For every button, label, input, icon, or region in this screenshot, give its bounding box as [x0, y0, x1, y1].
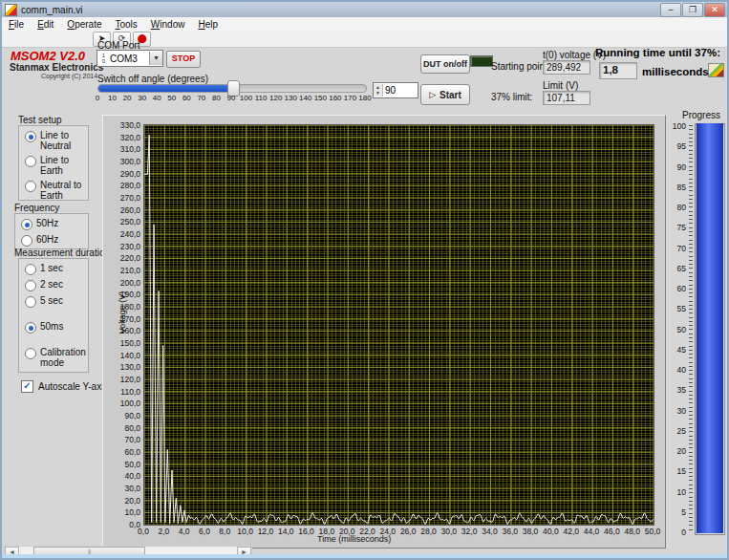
- y-tick-label: 220,0: [114, 253, 140, 263]
- window-bottom-border: [2, 554, 727, 558]
- menu-item-tools[interactable]: Tools: [109, 18, 144, 31]
- checkbox-check-icon: ✓: [21, 380, 33, 393]
- progress-tick-label: 40: [669, 365, 686, 375]
- radio-button-icon[interactable]: [25, 296, 36, 308]
- angle-tick-label: 50: [167, 94, 176, 102]
- y-tick-label: 70,0: [114, 435, 140, 444]
- maximize-button[interactable]: ❐: [682, 3, 703, 17]
- progress-tick-label: 100: [669, 121, 686, 131]
- angle-numeric-value: 90: [383, 85, 396, 96]
- angle-tick-label: 100: [240, 94, 252, 102]
- menu-item-file[interactable]: File: [2, 18, 31, 31]
- play-icon: ▷: [429, 90, 436, 99]
- minimize-button[interactable]: –: [660, 3, 681, 17]
- progress-tick-label: 5: [669, 507, 686, 517]
- y-tick-label: 50,0: [114, 460, 140, 469]
- limit-label: Limit (V): [543, 80, 578, 91]
- progress-tick-label: 95: [669, 141, 686, 151]
- x-tick-label: 4,0: [179, 527, 190, 536]
- x-tick-label: 2,0: [158, 527, 169, 536]
- y-tick-label: 270,0: [114, 193, 140, 203]
- window-title: comm_main.vi: [21, 5, 82, 15]
- y-tick-label: 30,0: [114, 484, 140, 493]
- y-tick-label: 230,0: [114, 242, 140, 251]
- close-button[interactable]: ✕: [704, 3, 725, 17]
- t0-voltage-field: 289,492: [543, 60, 590, 75]
- radio-label: Line to Neutral: [40, 130, 88, 151]
- x-tick-label: 22,0: [359, 527, 375, 536]
- x-tick-label: 26,0: [400, 527, 417, 536]
- progress-tick-label: 65: [669, 264, 686, 273]
- y-tick-label: 260,0: [114, 205, 140, 215]
- menu-item-window[interactable]: Window: [144, 18, 192, 31]
- progress-tick-label: 15: [669, 466, 686, 476]
- radio-calibration-mode[interactable]: Calibration mode: [25, 347, 88, 368]
- progress-label: Progress: [682, 110, 720, 120]
- progress-tick-label: 90: [669, 162, 686, 172]
- x-tick-label: 38,0: [523, 527, 539, 536]
- y-tick-label: 200,0: [114, 278, 140, 288]
- progress-tick-label: 45: [669, 345, 686, 355]
- menu-item-edit[interactable]: Edit: [31, 18, 60, 31]
- radio-neutral-to-earth[interactable]: Neutral to Earth: [25, 180, 88, 201]
- radio-line-to-earth[interactable]: Line to Earth: [25, 155, 88, 176]
- y-tick-label: 170,0: [114, 314, 140, 324]
- autoscale-checkbox[interactable]: ✓ Autoscale Y-axis: [21, 380, 108, 393]
- angle-tick-label: 80: [212, 94, 221, 102]
- radio-button-icon[interactable]: [25, 131, 36, 142]
- radio-2-sec[interactable]: 2 sec: [25, 279, 88, 291]
- radio-50hz[interactable]: 50Hz: [21, 218, 88, 230]
- radio-label: 50Hz: [36, 218, 58, 228]
- progress-bar-fill: [697, 123, 723, 533]
- menu-item-operate[interactable]: Operate: [60, 18, 108, 31]
- progress-tick-label: 70: [669, 244, 686, 253]
- title-bar[interactable]: comm_main.vi – ❐ ✕: [2, 2, 727, 17]
- progress-tick-label: 30: [669, 406, 686, 416]
- angle-slider-track[interactable]: [97, 84, 367, 93]
- y-tick-label: 90,0: [114, 411, 140, 420]
- radio-button-icon[interactable]: [25, 322, 36, 334]
- com-port-dropdown[interactable]: 10 COM3 ▼: [96, 50, 163, 67]
- angle-tick-label: 20: [123, 94, 132, 102]
- chevron-down-icon[interactable]: ▼: [149, 52, 162, 65]
- y-tick-label: 300,0: [114, 157, 140, 166]
- radio-1-sec[interactable]: 1 sec: [25, 263, 88, 275]
- radio-button-icon[interactable]: [25, 348, 36, 359]
- x-tick-label: 40,0: [543, 527, 559, 536]
- progress-tick-label: 20: [669, 446, 686, 456]
- angle-tick-label: 180: [358, 94, 371, 102]
- duration-group: 1 sec2 sec5 sec50msCalibration mode: [18, 258, 89, 373]
- radio-line-to-neutral[interactable]: Line to Neutral: [25, 130, 88, 151]
- radio-label: 5 sec: [40, 295, 63, 306]
- x-tick-label: 6,0: [199, 527, 210, 536]
- y-tick-label: 290,0: [114, 169, 140, 179]
- menu-item-help[interactable]: Help: [191, 18, 225, 31]
- stop-button[interactable]: STOP: [166, 51, 201, 68]
- switch-off-angle-label: Switch off angle (degrees): [97, 74, 208, 84]
- spinner-arrows-icon[interactable]: ▲▼: [374, 84, 383, 97]
- radio-60hz[interactable]: 60Hz: [21, 234, 88, 247]
- radio-label: 60Hz: [36, 234, 58, 245]
- radio-label: 1 sec: [40, 263, 63, 273]
- y-tick-label: 240,0: [114, 229, 140, 239]
- x-tick-label: 18,0: [319, 527, 335, 536]
- dut-onoff-button[interactable]: DUT on/off: [420, 54, 470, 74]
- angle-slider-fill: [98, 85, 232, 92]
- angle-slider-scale: 0102030405060708090100110120130140150160…: [97, 94, 366, 103]
- y-tick-label: 190,0: [114, 290, 140, 299]
- radio-button-icon[interactable]: [25, 264, 36, 275]
- y-tick-label: 100,0: [114, 398, 140, 408]
- radio-label: Calibration mode: [40, 347, 88, 368]
- radio-button-icon[interactable]: [25, 156, 36, 167]
- x-tick-label: 44,0: [584, 527, 600, 536]
- radio-button-icon[interactable]: [25, 181, 36, 192]
- radio-button-icon[interactable]: [21, 219, 32, 230]
- progress-tick-marks: [689, 125, 693, 533]
- start-button[interactable]: ▷ Start: [420, 84, 470, 105]
- radio-50ms[interactable]: 50ms: [25, 321, 88, 334]
- angle-numeric-input[interactable]: ▲▼ 90: [373, 82, 418, 98]
- radio-5-sec[interactable]: 5 sec: [25, 295, 88, 308]
- y-tick-label: 10,0: [114, 507, 140, 517]
- radio-button-icon[interactable]: [21, 235, 32, 247]
- radio-button-icon[interactable]: [25, 280, 36, 291]
